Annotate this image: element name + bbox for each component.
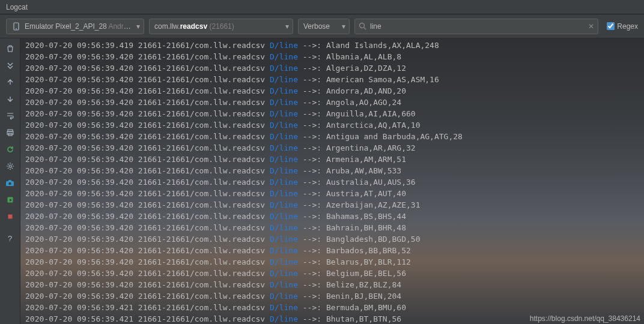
soft-wrap-icon[interactable] [2, 108, 19, 124]
chevron-down-icon: ▾ [136, 22, 140, 31]
svg-line-3 [364, 28, 366, 30]
log-line[interactable]: 2020-07-20 09:56:39.420 21661-21661/com.… [25, 85, 644, 97]
regex-checkbox[interactable] [607, 22, 615, 30]
print-icon[interactable] [2, 125, 19, 140]
log-line[interactable]: 2020-07-20 09:56:39.420 21661-21661/com.… [25, 268, 644, 279]
log-line[interactable]: 2020-07-20 09:56:39.420 21661-21661/com.… [25, 142, 644, 154]
svg-rect-12 [8, 215, 12, 219]
log-line[interactable]: 2020-07-20 09:56:39.420 21661-21661/com.… [25, 154, 644, 165]
log-line[interactable]: 2020-07-20 09:56:39.420 21661-21661/com.… [25, 188, 644, 199]
panel-title: Logcat [0, 0, 644, 14]
log-line[interactable]: 2020-07-20 09:56:39.420 21661-21661/com.… [25, 199, 644, 211]
log-line[interactable]: 2020-07-20 09:56:39.420 21661-21661/com.… [25, 211, 644, 222]
camera-icon[interactable] [2, 175, 19, 191]
process-select[interactable]: com.llw.readcsv (21661) ▾ [149, 19, 293, 34]
record-icon[interactable] [2, 192, 19, 208]
log-line[interactable]: 2020-07-20 09:56:39.420 21661-21661/com.… [25, 222, 644, 233]
log-output[interactable]: 2020-07-20 09:56:39.419 21661-21661/com.… [20, 38, 644, 324]
chevron-down-icon: ▾ [285, 22, 289, 31]
stop-icon[interactable] [2, 209, 19, 224]
filter-input[interactable] [370, 22, 585, 31]
log-line[interactable]: 2020-07-20 09:56:39.420 21661-21661/com.… [25, 51, 644, 62]
svg-rect-10 [8, 180, 11, 182]
filter-bar: Emulator Pixel_2_API_28 Android ▾ com.ll… [0, 14, 644, 38]
device-label: Emulator Pixel_2_API_28 Android [25, 22, 133, 31]
clear-icon[interactable]: ✕ [588, 22, 594, 31]
svg-point-7 [9, 165, 11, 167]
trash-icon[interactable] [2, 41, 19, 56]
log-line[interactable]: 2020-07-20 09:56:39.420 21661-21661/com.… [25, 233, 644, 245]
device-icon [11, 22, 21, 31]
process-label: com.llw.readcsv (21661) [154, 22, 282, 31]
chevron-down-icon: ▾ [342, 22, 345, 31]
panel-title-text: Logcat [6, 3, 28, 11]
log-line[interactable]: 2020-07-20 09:56:39.420 21661-21661/com.… [25, 119, 644, 131]
log-line[interactable]: 2020-07-20 09:56:39.420 21661-21661/com.… [25, 176, 644, 188]
svg-point-9 [8, 182, 11, 185]
side-toolbar: ? [0, 38, 20, 324]
svg-point-1 [16, 28, 17, 29]
log-line[interactable]: 2020-07-20 09:56:39.420 21661-21661/com.… [25, 245, 644, 256]
log-line[interactable]: 2020-07-20 09:56:39.420 21661-21661/com.… [25, 108, 644, 119]
gear-icon[interactable] [2, 158, 19, 174]
log-line[interactable]: 2020-07-20 09:56:39.420 21661-21661/com.… [25, 62, 644, 74]
filter-input-wrap[interactable]: ✕ [354, 19, 598, 34]
log-line[interactable]: 2020-07-20 09:56:39.419 21661-21661/com.… [25, 40, 644, 51]
up-arrow-icon[interactable] [2, 74, 19, 90]
device-select[interactable]: Emulator Pixel_2_API_28 Android ▾ [6, 19, 144, 34]
log-line[interactable]: 2020-07-20 09:56:39.420 21661-21661/com.… [25, 74, 644, 85]
down-arrow-icon[interactable] [2, 91, 19, 107]
search-icon [359, 22, 366, 30]
restart-icon[interactable] [2, 142, 19, 157]
log-line[interactable]: 2020-07-20 09:56:39.420 21661-21661/com.… [25, 279, 644, 290]
scroll-end-icon[interactable] [2, 58, 19, 73]
regex-toggle[interactable]: Regex [603, 22, 638, 31]
log-line[interactable]: 2020-07-20 09:56:39.421 21661-21661/com.… [25, 302, 644, 313]
svg-point-2 [360, 23, 365, 28]
log-line[interactable]: 2020-07-20 09:56:39.420 21661-21661/com.… [25, 97, 644, 108]
log-line[interactable]: 2020-07-20 09:56:39.420 21661-21661/com.… [25, 290, 644, 302]
log-line[interactable]: 2020-07-20 09:56:39.420 21661-21661/com.… [25, 131, 644, 142]
watermark-text: https://blog.csdn.net/qq_38436214 [530, 314, 640, 323]
log-level-select[interactable]: Verbose ▾ [298, 19, 350, 34]
log-line[interactable]: 2020-07-20 09:56:39.420 21661-21661/com.… [25, 165, 644, 176]
log-level-label: Verbose [303, 22, 330, 31]
help-icon[interactable]: ? [2, 230, 19, 246]
log-line[interactable]: 2020-07-20 09:56:39.420 21661-21661/com.… [25, 256, 644, 268]
main-area: ? 2020-07-20 09:56:39.419 21661-21661/co… [0, 38, 644, 324]
regex-label: Regex [617, 22, 638, 31]
